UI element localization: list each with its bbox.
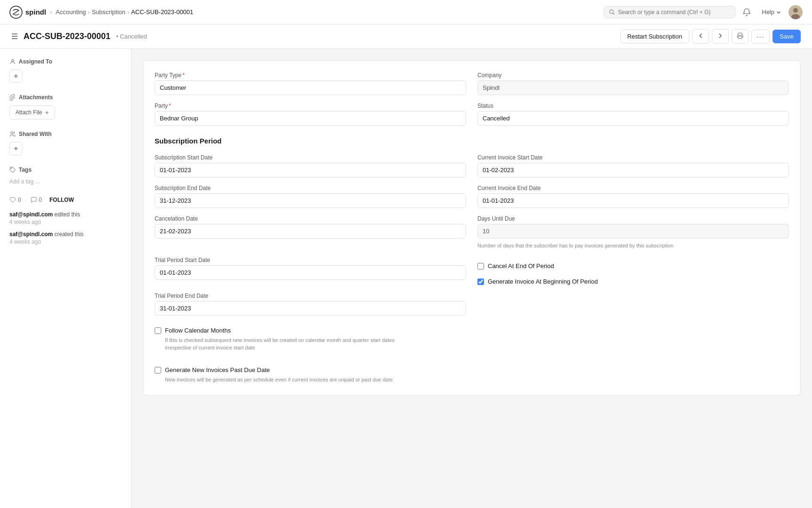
right-checkboxes: Cancel At End Of Period Generate Invoice… xyxy=(477,257,789,285)
cancellation-date-label: Cancelation Date xyxy=(155,215,466,222)
follow-calendar-label[interactable]: Follow Calendar Months xyxy=(165,327,231,334)
trial-start-label: Trial Period Start Date xyxy=(155,257,466,263)
more-dots-icon: ··· xyxy=(757,33,765,40)
cancel-at-end-checkbox[interactable] xyxy=(477,263,484,270)
company-label: Company xyxy=(477,72,789,79)
user-avatar[interactable] xyxy=(789,5,803,19)
status-input[interactable] xyxy=(477,111,789,126)
add-shared-with-button[interactable]: + xyxy=(9,142,23,155)
right-empty xyxy=(477,293,789,316)
svg-point-10 xyxy=(11,168,12,169)
svg-line-2 xyxy=(613,13,615,15)
sub-end-date-input[interactable] xyxy=(155,193,466,208)
current-invoice-start-input[interactable] xyxy=(477,163,789,177)
sub-end-date-field: Subscription End Date xyxy=(155,185,466,208)
svg-rect-7 xyxy=(738,36,742,39)
bell-icon xyxy=(742,8,751,16)
current-invoice-start-field: Current Invoice Start Date xyxy=(477,154,789,177)
notification-button[interactable] xyxy=(739,5,754,20)
follow-calendar-row: Follow Calendar Months xyxy=(155,327,789,334)
party-field: Party* xyxy=(155,103,466,126)
attachments-section: Attachments Attach File + xyxy=(9,94,122,119)
days-until-due-label: Days Until Due xyxy=(477,215,789,222)
sub-end-date-label: Subscription End Date xyxy=(155,185,466,191)
svg-rect-6 xyxy=(738,33,742,35)
add-tag-input[interactable]: Add a tag ... xyxy=(9,178,40,185)
current-invoice-end-field: Current Invoice End Date xyxy=(477,185,789,208)
activity-item: saf@spindl.com created this 4 weeks ago xyxy=(9,231,122,245)
party-label: Party* xyxy=(155,103,466,109)
trial-start-input[interactable] xyxy=(155,265,466,280)
activity-log: saf@spindl.com edited this 4 weeks ago s… xyxy=(9,211,122,245)
chevron-left-icon xyxy=(697,32,704,39)
party-type-input[interactable] xyxy=(155,80,466,95)
form-card: Party Type* Company Party* Status xyxy=(143,60,801,396)
sub-start-date-field: Subscription Start Date xyxy=(155,154,466,177)
generate-new-invoices-section: Generate New Invoices Past Due Date New … xyxy=(155,363,789,383)
user-icon xyxy=(9,58,16,65)
generate-invoice-checkbox[interactable] xyxy=(477,278,484,285)
main-layout: Assigned To + Attachments Attach File + xyxy=(0,49,812,508)
like-button[interactable]: 0 xyxy=(9,197,21,203)
generate-new-invoices-checkbox[interactable] xyxy=(155,367,161,373)
search-bar[interactable] xyxy=(604,6,735,18)
subscription-period-form: Subscription Start Date Current Invoice … xyxy=(155,154,789,384)
users-icon xyxy=(9,131,16,137)
comment-button[interactable]: 0 xyxy=(31,197,42,203)
party-input[interactable] xyxy=(155,111,466,126)
sidebar: Assigned To + Attachments Attach File + xyxy=(0,49,132,508)
trial-start-field: Trial Period Start Date xyxy=(155,257,466,285)
follow-calendar-section: Follow Calendar Months If this is checke… xyxy=(155,323,789,351)
main-content: Party Type* Company Party* Status xyxy=(132,49,812,508)
app-logo[interactable]: spindl xyxy=(9,6,46,19)
assigned-to-section: Assigned To + xyxy=(9,58,122,83)
generate-new-invoices-hint: New invoices will be generated as per sc… xyxy=(165,376,400,383)
party-type-label: Party Type* xyxy=(155,72,466,79)
status-field: Status xyxy=(477,103,789,126)
status-label: Status xyxy=(477,103,789,109)
breadcrumb-current[interactable]: ACC-SUB-2023-00001 xyxy=(131,8,193,16)
search-input[interactable] xyxy=(618,9,730,16)
follow-button[interactable]: FOLLOW xyxy=(49,197,74,203)
save-button[interactable]: Save xyxy=(773,30,801,43)
subscription-period-title: Subscription Period xyxy=(155,137,789,145)
print-icon xyxy=(737,32,743,39)
generate-new-invoices-label[interactable]: Generate New Invoices Past Due Date xyxy=(165,366,270,373)
add-assigned-to-button[interactable]: + xyxy=(9,70,23,83)
company-input[interactable] xyxy=(477,80,789,95)
paperclip-icon xyxy=(9,94,16,101)
cancel-at-end-label[interactable]: Cancel At End Of Period xyxy=(488,262,554,270)
current-invoice-end-input[interactable] xyxy=(477,193,789,208)
follow-calendar-checkbox[interactable] xyxy=(155,327,161,334)
sub-start-date-input[interactable] xyxy=(155,163,466,177)
days-until-due-input[interactable] xyxy=(477,224,789,238)
top-navigation: spindl › Accounting › Subscription › ACC… xyxy=(0,0,812,24)
plus-icon: + xyxy=(45,109,49,116)
sidebar-toggle-icon[interactable]: ☰ xyxy=(11,32,18,41)
tag-icon xyxy=(9,167,16,173)
trial-end-field: Trial Period End Date xyxy=(155,293,466,316)
days-until-due-hint: Number of days that the subscriber has t… xyxy=(477,242,789,249)
shared-with-label: Shared With xyxy=(9,131,122,137)
breadcrumb-subscription[interactable]: Subscription xyxy=(92,8,125,16)
trial-end-input[interactable] xyxy=(155,301,466,316)
generate-invoice-label[interactable]: Generate Invoice At Beginning Of Period xyxy=(488,278,598,285)
header-actions: Restart Subscription ··· Save xyxy=(620,29,801,44)
breadcrumb-accounting[interactable]: Accounting xyxy=(56,8,86,16)
prev-record-button[interactable] xyxy=(692,29,709,44)
sub-start-date-label: Subscription Start Date xyxy=(155,154,466,161)
help-button[interactable]: Help xyxy=(758,7,785,17)
heart-icon xyxy=(9,197,16,203)
cancellation-date-input[interactable] xyxy=(155,224,466,238)
trial-end-label: Trial Period End Date xyxy=(155,293,466,299)
next-record-button[interactable] xyxy=(712,29,729,44)
svg-point-9 xyxy=(11,132,13,134)
attach-file-button[interactable]: Attach File + xyxy=(9,105,55,119)
cancellation-date-field: Cancelation Date xyxy=(155,215,466,249)
more-options-button[interactable]: ··· xyxy=(751,30,770,44)
activity-item: saf@spindl.com edited this 4 weeks ago xyxy=(9,211,122,225)
logo-text: spindl xyxy=(25,8,46,16)
generate-new-invoices-row: Generate New Invoices Past Due Date xyxy=(155,366,789,373)
print-button[interactable] xyxy=(732,29,749,44)
restart-subscription-button[interactable]: Restart Subscription xyxy=(620,30,689,43)
